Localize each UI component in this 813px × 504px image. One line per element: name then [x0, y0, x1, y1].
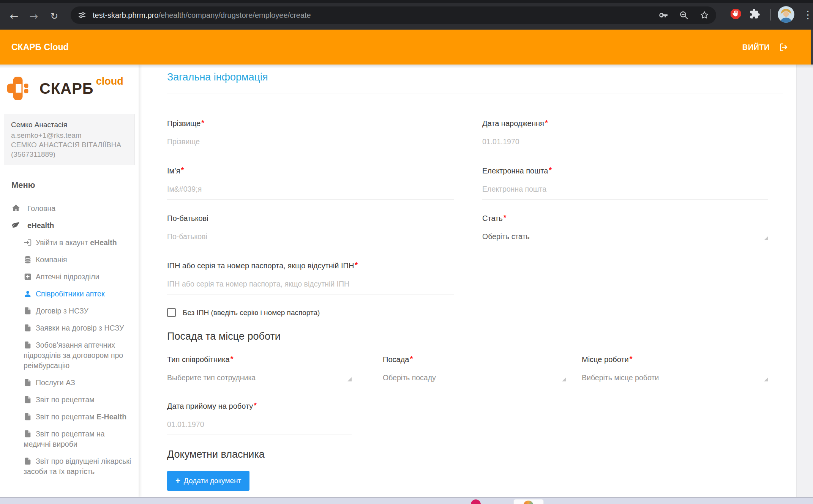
browser-reload-button[interactable]: ↻ [47, 9, 62, 24]
page-scrollbar[interactable] [796, 65, 813, 497]
zoom-icon[interactable] [679, 10, 689, 20]
browser-menu-icon[interactable]: ⋮ [803, 8, 813, 21]
leaf-icon [11, 220, 21, 230]
adblock-extension-icon[interactable] [730, 8, 742, 20]
sidebar-item-medical-devices-report[interactable]: Звіт по рецептам на медичні вироби [0, 425, 139, 453]
inn-input[interactable] [167, 270, 454, 295]
sidebar-item-ehealth-login[interactable]: Увійти в акаунт eHealth [0, 234, 139, 251]
sidebar-item-home[interactable]: Головна [0, 200, 139, 217]
sidebar-item-reimbursement-obligations[interactable]: Зобов’язання аптечних підрозділів за дог… [0, 337, 139, 374]
file-icon [24, 307, 32, 315]
position-section-title: Посада та місце роботи [167, 331, 783, 342]
sidebar-item-nszu-contract[interactable]: Договір з НСЗУ [0, 302, 139, 320]
profile-avatar[interactable] [778, 6, 794, 23]
employee-type-label: Тип співробітника [167, 355, 230, 364]
middle-name-input[interactable] [167, 223, 454, 247]
employee-type-select[interactable]: Выберите тип сотрудника [167, 373, 352, 388]
file-icon [24, 324, 32, 332]
user-info-box: Семко Анастасія a.semko+1@rks.team СЕМКО… [4, 114, 135, 165]
email-input[interactable] [482, 175, 768, 200]
skarb-logo-icon [7, 76, 30, 101]
file-icon [24, 378, 32, 387]
sidebar-item-prescription-report-ehealth[interactable]: Звіт по рецептам E-Health [0, 408, 139, 425]
home-icon [11, 203, 21, 213]
sidebar-item-pharmacy-units[interactable]: Аптечні підрозділи [0, 268, 139, 285]
database-icon [24, 255, 32, 264]
sign-out-icon [779, 42, 789, 52]
required-asterisk: * [549, 166, 552, 174]
required-asterisk: * [630, 354, 633, 363]
no-inn-checkbox[interactable] [167, 308, 176, 317]
position-label: Посада [383, 355, 409, 364]
sidebar-item-prescription-report[interactable]: Звіт по рецептам [0, 391, 139, 408]
taskbar-app-icon-1[interactable] [471, 499, 481, 504]
employee-create-form: Загальна інформація Прізвище* Дата народ… [167, 65, 783, 491]
required-asterisk: * [410, 354, 413, 363]
add-document-button[interactable]: + Додати документ [167, 471, 249, 491]
app-header: СКАРБ Cloud ВИЙТИ [0, 30, 811, 65]
field-last-name: Прізвище* [167, 119, 454, 152]
required-asterisk: * [355, 261, 358, 269]
documents-section-title: Докуметни власника [167, 449, 783, 460]
app-brand[interactable]: СКАРБ Cloud [11, 30, 69, 65]
sidebar-item-pharmacy-employees[interactable]: Співробітники аптек [0, 285, 139, 302]
required-asterisk: * [181, 166, 184, 174]
email-label: Електронна пошта [482, 167, 548, 175]
file-icon [24, 457, 32, 465]
add-document-label: Додати документ [184, 477, 241, 485]
browser-toolbar: ← → ↻ test-skarb.phrm.pro/ehealth/compan… [0, 0, 813, 30]
field-workplace: Місце роботи* Виберіть місце роботи [582, 355, 768, 388]
logo-text: СКАРБ [39, 80, 94, 97]
dropdown-triangle-icon [562, 377, 566, 381]
logout-button[interactable]: ВИЙТИ [742, 30, 789, 65]
field-birth-date: Дата народження* [482, 119, 768, 152]
bookmark-star-icon[interactable] [699, 10, 709, 20]
hire-date-input[interactable] [167, 411, 352, 435]
user-icon [24, 290, 32, 298]
browser-forward-button[interactable]: → [27, 9, 41, 24]
user-email: a.semko+1@rks.team [11, 131, 128, 140]
address-bar[interactable]: test-skarb.phrm.pro/ehealth/company/drug… [71, 6, 716, 24]
passwords-key-icon[interactable] [658, 10, 668, 20]
plus-square-icon [24, 272, 32, 281]
sidebar-item-nszu-contract-requests[interactable]: Заявки на договір з НСЗУ [0, 320, 139, 337]
birth-date-label: Дата народження [482, 119, 544, 128]
required-asterisk: * [201, 118, 204, 127]
sidebar-item-az-services[interactable]: Послуги АЗ [0, 374, 139, 391]
gender-label: Стать [482, 214, 503, 222]
file-icon [24, 413, 32, 421]
first-name-input[interactable] [167, 175, 454, 200]
field-first-name: Ім’я* [167, 167, 454, 200]
required-asterisk: * [254, 401, 257, 410]
field-middle-name: По-батькові [167, 214, 454, 247]
menu-title: Меню [11, 180, 139, 190]
browser-back-button[interactable]: ← [7, 9, 21, 24]
page-title: Загальна інформація [167, 71, 783, 83]
sidebar-item-company[interactable]: Компанія [0, 251, 139, 268]
required-asterisk: * [230, 354, 234, 363]
app-logo: СКАРБcloud [0, 65, 139, 101]
field-inn: ІПН або серія та номер паспорта, якщо ві… [167, 261, 454, 295]
field-gender: Стать* Оберіть стать [482, 214, 768, 247]
birth-date-input[interactable] [482, 128, 768, 152]
gender-select[interactable]: Оберіть стать [482, 232, 768, 247]
dropdown-triangle-icon [347, 377, 352, 381]
no-inn-row: Без ІПН (введіть серію і номер паспорта) [167, 308, 783, 317]
field-email: Електронна пошта* [482, 167, 768, 200]
url-text: test-skarb.phrm.pro/ehealth/company/drug… [93, 11, 311, 20]
hire-date-label: Дата прийому на роботу [167, 402, 253, 410]
last-name-input[interactable] [167, 128, 454, 152]
user-full-name: СЕМКО АНАСТАСІЯ ВІТАЛІЇВНА (3567311889) [11, 140, 128, 159]
sidebar-item-ehealth[interactable]: eHealth [0, 217, 139, 234]
workplace-label: Місце роботи [582, 355, 629, 364]
no-inn-label: Без ІПН (введіть серію і номер паспорта) [183, 309, 320, 317]
file-icon [24, 395, 32, 404]
extensions-puzzle-icon[interactable] [749, 8, 760, 19]
workplace-select[interactable]: Виберіть місце роботи [582, 373, 768, 388]
logout-label: ВИЙТИ [742, 43, 770, 52]
field-hire-date: Дата прийому на роботу* [167, 402, 352, 435]
site-info-icon[interactable] [77, 11, 87, 20]
sidebar-item-dispensed-medicines-report[interactable]: Звіт про відпущені лікарські засоби та ї… [0, 453, 139, 480]
last-name-label: Прізвище [167, 119, 200, 128]
position-select[interactable]: Оберіть посаду [383, 373, 566, 388]
